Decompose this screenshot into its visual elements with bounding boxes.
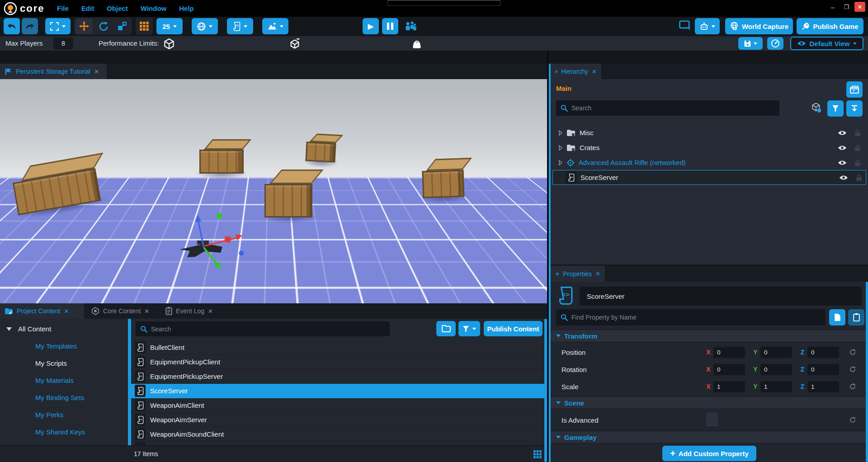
restore-button[interactable]: ❐ xyxy=(841,2,852,12)
scale-y-input[interactable]: 1 xyxy=(760,381,792,392)
hierarchy-filter-button[interactable] xyxy=(827,100,844,117)
is-advanced-checkbox[interactable] xyxy=(706,412,718,427)
performance-gauge-button[interactable] xyxy=(767,37,783,50)
world-settings-dropdown[interactable] xyxy=(192,18,218,34)
script-dropdown[interactable]: <> xyxy=(227,18,253,34)
sidebar-item-my-scripts[interactable]: My Scripts xyxy=(35,359,67,367)
reset-icon[interactable] xyxy=(849,366,856,373)
minimize-button[interactable]: – xyxy=(827,2,838,12)
max-players-value[interactable]: 8 xyxy=(53,38,73,49)
sidebar-item-my-binding-sets[interactable]: My Binding Sets xyxy=(35,394,84,401)
content-filter-dropdown[interactable] xyxy=(458,321,480,336)
default-view-dropdown[interactable]: Default View xyxy=(790,37,863,50)
grid-view-button[interactable] xyxy=(530,447,545,462)
file-row[interactable]: <> BulletClient xyxy=(131,340,545,355)
scale-z-input[interactable]: 1 xyxy=(807,381,839,392)
tab-close-icon[interactable]: ✕ xyxy=(208,308,213,315)
tab-properties[interactable]: Properties ✕ xyxy=(551,266,605,282)
undo-button[interactable] xyxy=(4,18,20,34)
menu-help[interactable]: Help xyxy=(173,1,200,16)
publish-game-button[interactable]: Publish Game xyxy=(797,18,863,34)
paste-properties-button[interactable] xyxy=(848,309,864,325)
bot-dropdown[interactable] xyxy=(695,18,720,34)
gun-object[interactable] xyxy=(179,244,222,257)
content-search-input[interactable] xyxy=(136,321,390,336)
menu-object[interactable]: Object xyxy=(100,1,134,16)
file-row[interactable]: <> WeaponAimClient xyxy=(131,398,545,413)
rotation-x-input[interactable]: 0 xyxy=(713,364,745,375)
grid-size-dropdown[interactable]: 25 xyxy=(156,18,183,34)
lock-icon[interactable] xyxy=(854,129,861,137)
sidebar-item-my-shared-keys[interactable]: My Shared Keys xyxy=(35,428,85,436)
move-tool-button[interactable] xyxy=(75,19,93,34)
hierarchy-row-assault-rifle[interactable]: Advanced Assault Rifle (networked) xyxy=(554,155,864,170)
screen-share-button[interactable] xyxy=(679,20,691,33)
tab-close-icon[interactable]: ✕ xyxy=(595,270,600,277)
hierarchy-row-crates[interactable]: Crates xyxy=(554,140,864,155)
scale-tool-button[interactable] xyxy=(113,19,131,34)
reset-icon[interactable] xyxy=(849,349,856,356)
world-capture-button[interactable]: World Capture xyxy=(725,18,793,34)
scene-section-header[interactable]: Scene xyxy=(551,396,868,409)
import-content-button[interactable] xyxy=(846,100,863,117)
file-row[interactable]: <> WeaponAimServer xyxy=(131,413,545,427)
tab-close-icon[interactable]: ✕ xyxy=(592,68,597,75)
visibility-eye-icon[interactable] xyxy=(838,160,847,166)
hierarchy-row-misc[interactable]: Misc xyxy=(554,125,864,140)
add-custom-property-button[interactable]: + Add Custom Property xyxy=(662,446,756,461)
hierarchy-search-input[interactable] xyxy=(556,100,779,116)
lock-icon[interactable] xyxy=(854,159,861,166)
tab-close-icon[interactable]: ✕ xyxy=(64,308,69,315)
gizmo-y-handle[interactable] xyxy=(217,213,222,219)
sidebar-item-all-content[interactable]: All Content xyxy=(6,325,51,333)
reset-icon[interactable] xyxy=(849,416,856,424)
gizmo-x-arrow[interactable] xyxy=(236,234,242,240)
new-folder-button[interactable] xyxy=(436,321,456,336)
viewport-tab[interactable]: Persistent Storage Tutorial ✕ xyxy=(0,64,107,79)
terrain-dropdown[interactable] xyxy=(262,18,288,34)
rotation-y-input[interactable]: 0 xyxy=(760,364,792,375)
save-dropdown[interactable] xyxy=(738,37,763,50)
properties-scrollbar[interactable] xyxy=(866,282,868,462)
file-row[interactable]: <> EquipmentPickupServer xyxy=(131,369,545,384)
tab-core-content[interactable]: Core Content ✕ xyxy=(87,303,154,319)
publish-content-button[interactable]: Publish Content xyxy=(484,321,542,336)
tab-hierarchy[interactable]: Hierarchy ✕ xyxy=(551,64,601,79)
tab-project-content[interactable]: Project Content ✕ xyxy=(0,303,84,319)
selection-mode-dropdown[interactable] xyxy=(45,18,71,34)
lock-icon[interactable] xyxy=(856,174,862,181)
lock-icon[interactable] xyxy=(854,144,861,151)
close-button[interactable]: ✕ xyxy=(854,2,865,12)
grid-snap-toggle[interactable] xyxy=(136,18,153,35)
menu-edit[interactable]: Edit xyxy=(75,1,100,16)
tab-event-log[interactable]: Event Log ✕ xyxy=(161,303,217,319)
copy-properties-button[interactable] xyxy=(829,309,845,325)
sidebar-item-my-materials[interactable]: My Materials xyxy=(35,377,74,384)
scale-x-input[interactable]: 1 xyxy=(713,381,745,392)
visibility-eye-icon[interactable] xyxy=(839,174,848,181)
sidebar-item-my-perks[interactable]: My Perks xyxy=(35,411,64,419)
hierarchy-row-scoreserver-selected[interactable]: <> ScoreServer xyxy=(552,170,866,185)
visibility-eye-icon[interactable] xyxy=(838,130,847,136)
tab-close-icon[interactable]: ✕ xyxy=(144,308,149,315)
gizmo-z-arrow[interactable] xyxy=(195,215,201,222)
play-button[interactable]: ▶ xyxy=(363,18,379,34)
sidebar-item-my-templates[interactable]: My Templates xyxy=(35,342,77,350)
menu-file[interactable]: File xyxy=(51,1,75,16)
multiplayer-preview-button[interactable] xyxy=(404,21,417,33)
menu-window[interactable]: Window xyxy=(134,1,173,16)
find-property-input[interactable] xyxy=(556,309,826,325)
file-row[interactable]: <> WeaponAimSoundClient xyxy=(131,427,545,442)
gizmo-z-handle[interactable] xyxy=(239,251,244,256)
sidebar-scrollbar[interactable] xyxy=(128,319,131,462)
reset-icon[interactable] xyxy=(849,383,856,390)
file-row[interactable]: <> EquipmentPickupClient xyxy=(131,355,545,369)
transform-gizmo[interactable] xyxy=(0,79,547,303)
position-x-input[interactable]: 0 xyxy=(713,347,745,358)
position-y-input[interactable]: 0 xyxy=(760,347,792,358)
rotation-z-input[interactable]: 0 xyxy=(807,364,839,375)
scene-settings-button[interactable] xyxy=(846,81,863,98)
filter-by-type-button[interactable] xyxy=(811,102,822,115)
viewport-tab-close-icon[interactable]: ✕ xyxy=(94,68,99,75)
pause-button[interactable] xyxy=(382,18,398,34)
